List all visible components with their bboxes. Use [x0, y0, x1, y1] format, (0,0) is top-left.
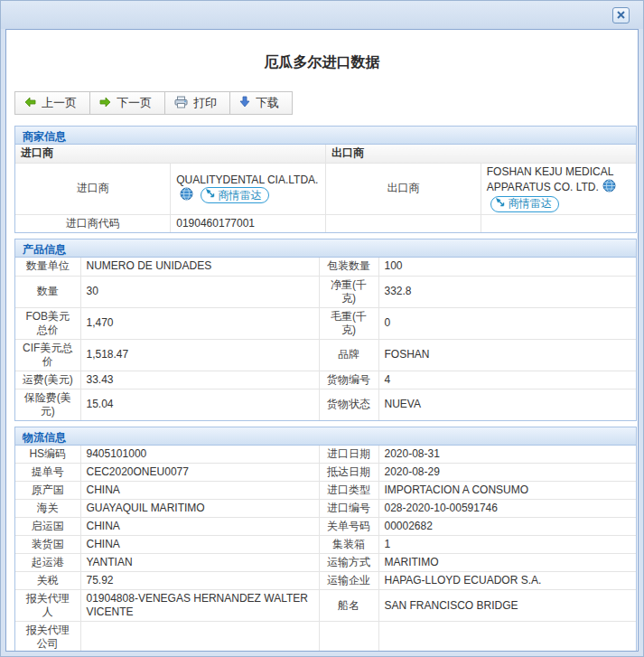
- dialog-panel: 厄瓜多尔进口数据 上一页 下一页 打印: [5, 29, 639, 652]
- table-row: 进口商 QUALITYDENTAL CIA.LTDA. 商情雷达 出口商 FOS…: [15, 163, 636, 214]
- download-label: 下载: [256, 95, 279, 111]
- table-row: 报关代理人 01904808-VENEGAS HERNANDEZ WALTER …: [15, 590, 636, 622]
- field-label: [326, 214, 481, 232]
- field-value: 15.04: [80, 389, 319, 420]
- field-value: IMPORTACION A CONSUMO: [378, 482, 636, 500]
- field-value: [80, 622, 319, 652]
- table-row: 保险费(美元) 15.04 货物状态 NUEVA: [15, 389, 636, 420]
- table-row: CIF美元总价 1,518.47 品牌 FOSHAN: [15, 339, 636, 371]
- field-value: GUAYAQUIL MARITIMO: [80, 500, 319, 518]
- field-label: 原产国: [15, 482, 80, 500]
- dialog-titlebar: [1, 1, 643, 29]
- business-radar-badge[interactable]: 商情雷达: [490, 196, 559, 212]
- field-value: 100: [378, 258, 636, 276]
- close-icon: [616, 9, 626, 23]
- close-button[interactable]: [612, 7, 630, 23]
- field-label: [319, 622, 378, 652]
- business-radar-badge[interactable]: 商情雷达: [201, 187, 269, 203]
- section-logistics-title: 物流信息: [15, 427, 636, 446]
- table-row: HS编码 9405101000 进口日期 2020-08-31: [15, 446, 636, 464]
- field-label: 进口商: [15, 163, 171, 214]
- field-value: 9405101000: [80, 446, 319, 464]
- section-merchant-title: 商家信息: [15, 127, 636, 145]
- field-value: CHINA: [80, 536, 319, 554]
- field-value: CEC2020ONEU0077: [80, 464, 319, 482]
- table-row: 运费(美元) 33.43 货物编号 4: [15, 371, 636, 389]
- globe-icon[interactable]: [602, 179, 616, 196]
- field-value: YANTIAN: [80, 554, 319, 572]
- field-label: 集装箱: [319, 536, 378, 554]
- field-label: 海关: [15, 500, 80, 518]
- exporter-value-cell: FOSHAN KEJU MEDICAL APPARATUS CO. LTD. 商…: [481, 163, 636, 214]
- field-value: 0190460177001: [171, 214, 326, 232]
- field-label: HS编码: [15, 446, 80, 464]
- field-label: 运输企业: [319, 572, 378, 590]
- import-data-dialog: { "dialog": { "title": "厄瓜多尔进口数据" }, "ic…: [0, 0, 644, 657]
- field-value: MARITIMO: [378, 554, 636, 572]
- field-label: 毛重(千克): [319, 307, 378, 339]
- table-row: 报关代理公司: [15, 622, 636, 652]
- field-label: 包装数量: [319, 258, 378, 276]
- radar-badge-label: 商情雷达: [219, 189, 262, 202]
- table-row: 数量单位 NUMERO DE UNIDADES 包装数量 100: [15, 258, 636, 276]
- section-merchant: 商家信息 进口商 出口商 进口商 QUALITYDENTAL CIA.LTDA.…: [14, 126, 637, 233]
- prev-page-button[interactable]: 上一页: [14, 91, 90, 115]
- field-label: 运费(美元): [15, 371, 80, 389]
- section-product-title: 产品信息: [15, 239, 636, 258]
- next-page-button[interactable]: 下一页: [89, 91, 165, 115]
- field-value: 1: [378, 536, 636, 554]
- radar-badge-label: 商情雷达: [509, 197, 552, 211]
- printer-icon: [174, 96, 188, 111]
- field-label: 货物状态: [319, 389, 378, 420]
- table-row: 关税 75.92 运输企业 HAPAG-LLOYD ECUADOR S.A.: [15, 572, 636, 590]
- globe-icon[interactable]: [180, 187, 193, 204]
- field-value: HAPAG-LLOYD ECUADOR S.A.: [378, 572, 636, 590]
- field-label: FOB美元总价: [15, 307, 80, 339]
- field-label: 起运港: [15, 554, 80, 572]
- field-label: CIF美元总价: [15, 339, 80, 371]
- field-label: 运输方式: [319, 554, 378, 572]
- field-value: FOSHAN: [378, 339, 636, 371]
- field-label: 净重(千克): [319, 276, 378, 307]
- importer-name: QUALITYDENTAL CIA.LTDA.: [176, 174, 318, 186]
- field-value: 332.8: [378, 276, 636, 307]
- field-label: 保险费(美元): [15, 389, 80, 420]
- field-value: 1,470: [80, 307, 319, 339]
- field-value: 2020-08-29: [378, 464, 636, 482]
- prev-page-label: 上一页: [42, 95, 77, 111]
- field-label: 品牌: [319, 339, 378, 371]
- field-label: 关税: [15, 572, 80, 590]
- table-row: 原产国 CHINA 进口类型 IMPORTACION A CONSUMO: [15, 482, 636, 500]
- field-value: NUMERO DE UNIDADES: [80, 258, 319, 276]
- table-row: FOB美元总价 1,470 毛重(千克) 0: [15, 307, 636, 339]
- field-value: 4: [378, 371, 636, 389]
- arrow-left-icon: [24, 97, 36, 110]
- field-value: SAN FRANCISCO BRIDGE: [378, 590, 636, 622]
- field-value: [481, 214, 636, 232]
- download-button[interactable]: 下载: [229, 91, 293, 115]
- field-label: 货物编号: [319, 371, 378, 389]
- field-value: 75.92: [80, 572, 319, 590]
- importer-value-cell: QUALITYDENTAL CIA.LTDA. 商情雷达: [171, 163, 326, 214]
- field-value: 2020-08-31: [378, 446, 636, 464]
- field-value: CHINA: [80, 518, 319, 536]
- field-label: 启运国: [15, 518, 80, 536]
- field-label: 进口日期: [319, 446, 378, 464]
- field-label: 进口编号: [319, 500, 378, 518]
- table-row: 海关 GUAYAQUIL MARITIMO 进口编号 028-2020-10-0…: [15, 500, 636, 518]
- field-value: 01904808-VENEGAS HERNANDEZ WALTER VICENT…: [80, 590, 319, 622]
- print-button[interactable]: 打印: [164, 91, 230, 115]
- field-label: 提单号: [15, 464, 80, 482]
- field-value: 1,518.47: [80, 339, 319, 371]
- table-row: 进口商代码 0190460177001: [15, 214, 636, 232]
- field-label: 装货国: [15, 536, 80, 554]
- field-label: 船名: [319, 590, 378, 622]
- table-row: 起运港 YANTIAN 运输方式 MARITIMO: [15, 554, 636, 572]
- toolbar: 上一页 下一页 打印 下载: [14, 91, 638, 115]
- arrow-down-icon: [239, 96, 250, 110]
- table-row: 数量 30 净重(千克) 332.8: [15, 276, 636, 307]
- table-row: 装货国 CHINA 集装箱 1: [15, 536, 636, 554]
- field-value: 028-2020-10-00591746: [378, 500, 636, 518]
- section-logistics: 物流信息 HS编码 9405101000 进口日期 2020-08-31 提单号…: [14, 427, 637, 652]
- field-value: CHINA: [80, 482, 319, 500]
